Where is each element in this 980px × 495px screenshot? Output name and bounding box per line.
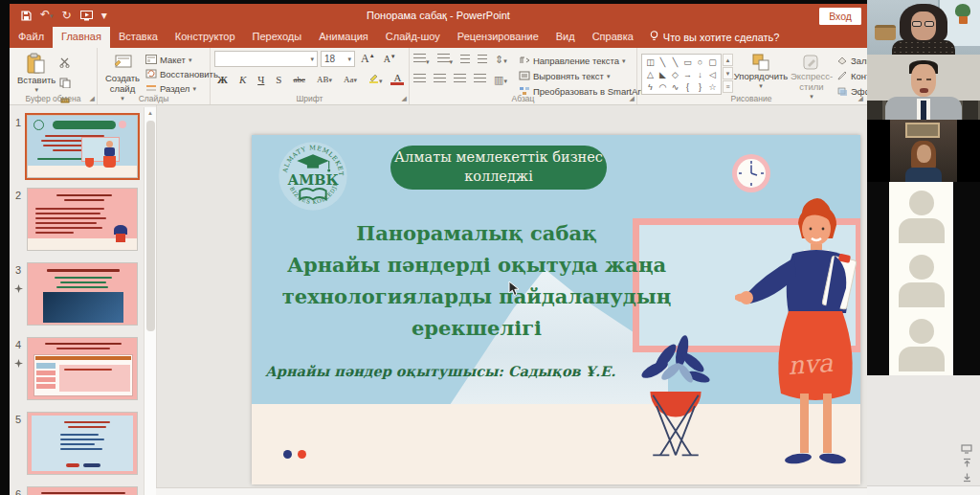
ribbon: Вставить ▾ Буфер обмена ◢ Создать слайд … xyxy=(10,48,867,105)
tab-file[interactable]: Файл xyxy=(10,27,53,48)
tab-insert[interactable]: Вставка xyxy=(110,27,167,48)
slide-number: 5 xyxy=(15,414,21,425)
sidebar-empty-panel xyxy=(867,375,980,495)
slide-number: 6 xyxy=(15,488,21,495)
handbag xyxy=(875,25,896,40)
dot-red xyxy=(298,450,306,459)
tab-view[interactable]: Вид xyxy=(547,27,584,48)
font-size-combo[interactable]: 18▾ xyxy=(321,51,355,67)
justify-icon[interactable] xyxy=(474,74,486,86)
participant-avatar-2[interactable] xyxy=(889,246,953,310)
text-direction-button[interactable]: Направление текста▾ xyxy=(517,55,652,67)
participant-avatar-1[interactable] xyxy=(889,182,953,246)
save-icon[interactable] xyxy=(21,11,32,21)
tell-me-box[interactable]: Что вы хотите сделать? xyxy=(642,27,788,48)
avatar-placeholders xyxy=(889,182,953,375)
slide-title[interactable]: Панорамалық сабақ Арнайы пәндерді оқытуд… xyxy=(261,217,692,344)
numbering-icon[interactable]: ▾ xyxy=(437,54,454,67)
group-paragraph: ▾ ▾ ⇕▾ ▥▾ Направление тек xyxy=(410,48,637,104)
tie xyxy=(921,101,926,120)
ribbon-tabs: Файл Главная Вставка Конструктор Переход… xyxy=(10,27,867,48)
tab-design[interactable]: Конструктор xyxy=(167,27,244,48)
cut-icon[interactable] xyxy=(59,55,71,72)
scrollbar-thumb[interactable] xyxy=(146,121,155,331)
slide-number: 1 xyxy=(15,117,21,128)
participant-video-1[interactable] xyxy=(867,0,980,55)
font-dialog-launcher[interactable]: ◢ xyxy=(402,95,407,102)
shapes-scroll[interactable]: ▴▾≡ xyxy=(723,54,733,93)
layout-button[interactable]: Макет▾ xyxy=(144,54,220,66)
copy-icon[interactable] xyxy=(59,75,71,92)
text-direction-icon xyxy=(519,56,530,66)
thumbnails-scrollbar[interactable]: ▴ xyxy=(144,107,156,495)
align-center-icon[interactable] xyxy=(434,74,446,86)
tab-transitions[interactable]: Переходы xyxy=(244,27,311,48)
person-icon xyxy=(909,319,934,344)
participant-video-3[interactable] xyxy=(867,120,980,182)
slide-thumbnail-5[interactable] xyxy=(27,412,138,475)
tab-animations[interactable]: Анимация xyxy=(310,27,377,48)
slide-thumbnail-2[interactable] xyxy=(27,188,138,251)
tab-help[interactable]: Справка xyxy=(584,27,642,48)
character-spacing-button[interactable]: АВ▾ xyxy=(314,75,335,84)
highlight-button[interactable]: ▾ xyxy=(366,73,386,85)
arrange-button[interactable]: Упорядочить ▾ xyxy=(733,51,789,92)
tab-home[interactable]: Главная xyxy=(53,27,110,48)
shapes-gallery[interactable]: ◫╲╲▭○▢ △◣◇→↓◁ ϟ◠∿{}☆ xyxy=(641,54,722,95)
slide-thumbnail-3[interactable] xyxy=(27,262,138,326)
highlighter-icon xyxy=(368,73,379,83)
grow-font-button[interactable]: А▲ xyxy=(358,52,378,66)
drawing-dialog-launcher[interactable]: ◢ xyxy=(858,95,863,102)
undo-button[interactable]: ↶▾ xyxy=(40,9,54,22)
arrange-icon xyxy=(751,53,770,72)
align-text-button[interactable]: Выровнять текст▾ xyxy=(517,70,652,82)
redo-button[interactable]: ↻ xyxy=(62,10,72,21)
change-case-button[interactable]: Аа▾ xyxy=(341,75,360,84)
paragraph-dialog-launcher[interactable]: ◢ xyxy=(630,95,635,102)
align-right-icon[interactable] xyxy=(454,74,466,86)
font-name-combo[interactable]: ▾ xyxy=(214,51,318,67)
slide-number: 2 xyxy=(15,190,21,201)
start-slideshow-icon[interactable] xyxy=(80,11,93,21)
tab-slideshow[interactable]: Слайд-шоу xyxy=(377,27,449,48)
underline-button[interactable]: Ч xyxy=(255,74,267,85)
text-shadow-button[interactable]: S xyxy=(273,74,284,85)
participant-avatar-3[interactable] xyxy=(889,310,953,374)
quick-access-toolbar: ↶▾ ↻ ▾ xyxy=(21,9,107,22)
college-name-badge: Алматы мемлекеттік бизнес колледжі xyxy=(390,146,607,190)
tab-review[interactable]: Рецензирование xyxy=(449,27,547,48)
font-color-button[interactable]: А xyxy=(390,73,404,85)
shape-outline-icon xyxy=(836,71,848,81)
italic-button[interactable]: К xyxy=(236,74,249,85)
slide-number: 3 xyxy=(15,264,21,276)
customize-qat-icon[interactable]: ▾ xyxy=(101,10,107,21)
increase-indent-icon[interactable] xyxy=(478,55,487,67)
bold-button[interactable]: Ж xyxy=(214,74,231,85)
powerpoint-window: ↶▾ ↻ ▾ Понорама сабақ - PowerPoint Вход … xyxy=(10,4,867,495)
paste-button[interactable]: Вставить ▾ xyxy=(13,51,59,96)
strikethrough-button[interactable]: abc xyxy=(290,75,308,84)
video-call-sidebar xyxy=(867,0,980,495)
decrease-indent-icon[interactable] xyxy=(460,55,470,67)
mouse-cursor xyxy=(508,281,521,297)
current-slide[interactable]: ALMATY MEMLEKETTIK BIZNES KOLLEDJI АМВК … xyxy=(252,135,860,484)
columns-icon[interactable]: ▥▾ xyxy=(494,75,507,86)
slide-thumbnail-6[interactable] xyxy=(27,486,138,495)
login-button[interactable]: Вход xyxy=(819,8,861,25)
line-spacing-icon[interactable]: ⇕▾ xyxy=(495,55,507,66)
slide-thumbnail-1[interactable] xyxy=(27,115,138,178)
dot-navy xyxy=(283,450,292,459)
scroll-videos-down-icon[interactable] xyxy=(962,469,972,486)
shrink-font-button[interactable]: А▼ xyxy=(381,54,399,64)
clipboard-dialog-launcher[interactable]: ◢ xyxy=(90,95,95,102)
reset-button[interactable]: Восстановить xyxy=(144,68,220,80)
window-title: Понорама сабақ - PowerPoint xyxy=(367,10,510,21)
slide-thumbnail-4[interactable] xyxy=(27,337,138,400)
slide-subtitle[interactable]: Арнайы пәндер оқытушысы: Садықов Ұ.Е. xyxy=(265,363,615,379)
participant-video-2[interactable] xyxy=(867,55,980,120)
bullets-icon[interactable]: ▾ xyxy=(413,54,430,67)
group-slides: Создать слайд ▾ Макет▾ Восстановить Разд… xyxy=(98,48,211,104)
scroll-up-icon[interactable]: ▴ xyxy=(145,107,156,117)
college-logo: ALMATY MEMLEKETTIK BIZNES KOLLEDJI АМВК xyxy=(277,140,349,213)
align-left-icon[interactable] xyxy=(413,74,426,86)
